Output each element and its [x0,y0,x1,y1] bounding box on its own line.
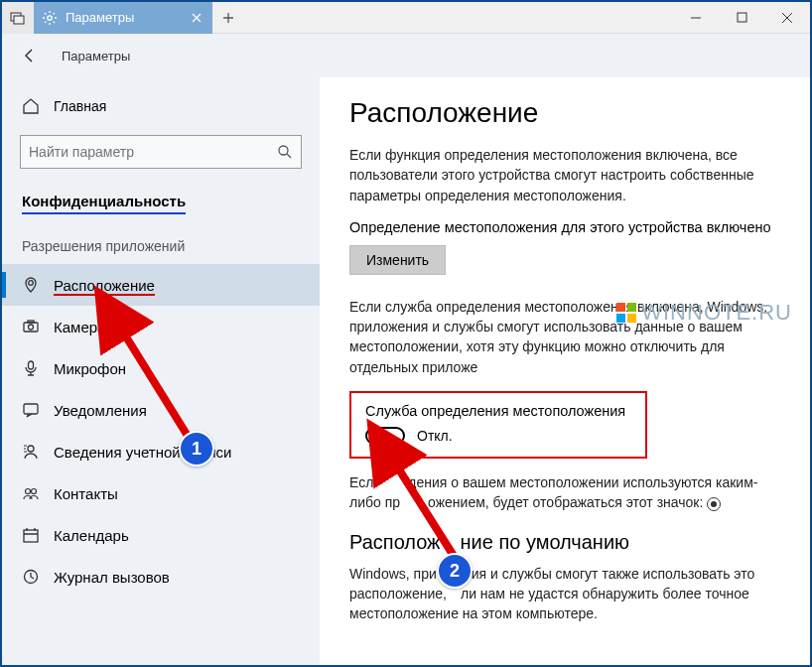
gear-icon [42,10,58,26]
service-paragraph: Если служба определения местоположения в… [349,297,780,377]
default-location-paragraph: Windows, приxxxxxия и службы смогут такж… [349,564,780,624]
home-link[interactable]: Главная [2,87,320,125]
sidebar: Главная Конфиденциальность Разрешения пр… [2,77,320,665]
svg-rect-10 [24,404,38,414]
page-heading: Расположение [349,97,780,129]
sidebar-item-label: Расположение [54,277,155,294]
back-button[interactable] [14,40,46,71]
maximize-button[interactable] [719,2,764,34]
svg-rect-14 [24,530,38,542]
svg-point-7 [29,325,34,330]
sidebar-item-account-info[interactable]: Сведения учетной записи [2,431,320,472]
svg-rect-8 [28,321,34,323]
toggle-state: Откл. [417,428,453,444]
titlebar: Параметры [2,2,810,34]
svg-point-2 [48,15,52,19]
sidebar-item-notifications[interactable]: Уведомления [2,389,320,431]
sidebar-item-label: Календарь [54,527,129,544]
camera-icon [22,318,40,335]
usage-paragraph: Еслxxxxxдения о вашем местоположении исп… [349,472,780,513]
minimize-button[interactable] [673,2,719,34]
search-icon [277,144,293,160]
sidebar-item-label: Сведения учетной записи [54,444,232,461]
active-tab[interactable]: Параметры [34,2,212,34]
location-indicator-icon [707,497,721,511]
header-row: Параметры [2,34,810,77]
device-status: Определение местоположения для этого уст… [349,219,780,235]
account-icon [22,443,40,461]
svg-point-13 [32,489,37,494]
sidebar-item-label: Контакты [54,485,118,502]
svg-point-5 [29,281,34,286]
svg-point-4 [279,146,288,155]
svg-rect-9 [29,361,34,369]
calendar-icon [22,526,40,544]
svg-point-12 [26,489,31,494]
close-button[interactable] [764,2,810,34]
default-location-heading: Расположxxние по умолчанию [349,531,780,554]
search-input[interactable] [29,144,277,160]
intro-paragraph: Если функция определения местоположения … [349,145,780,205]
section-category: Разрешения приложений [2,224,320,264]
new-tab-button[interactable] [212,2,244,34]
callhistory-icon [22,568,40,586]
home-icon [22,97,40,115]
microphone-icon [22,359,40,377]
header-title: Параметры [62,49,130,64]
tab-title: Параметры [66,10,181,25]
sidebar-item-calendar[interactable]: Календарь [2,514,320,556]
svg-rect-3 [738,13,746,22]
window-controls [673,2,810,34]
taskview-icon[interactable] [2,2,34,34]
sidebar-item-microphone[interactable]: Микрофон [2,347,320,389]
search-box[interactable] [20,135,302,169]
notifications-icon [22,401,40,419]
location-service-toggle[interactable] [365,427,405,445]
sidebar-item-contacts[interactable]: Контакты [2,472,320,514]
cursor-icon [397,437,411,458]
highlight-box: Служба определения местоположения Откл. [349,391,647,459]
home-label: Главная [54,98,106,114]
sidebar-item-label: Камера [54,319,105,335]
contacts-icon [22,484,40,502]
sidebar-item-location[interactable]: Расположение [2,264,320,306]
feature-label: Служба определения местоположения [365,403,631,419]
svg-point-11 [28,446,34,452]
change-button[interactable]: Изменить [349,245,446,275]
svg-rect-1 [14,16,24,24]
location-icon [22,276,40,294]
sidebar-item-call-history[interactable]: Журнал вызовов [2,556,320,598]
content-pane: Расположение Если функция определения ме… [320,77,810,665]
privacy-header: Конфиденциальность [2,187,320,224]
sidebar-item-label: Уведомления [54,402,147,419]
tab-close-icon[interactable] [189,10,204,26]
sidebar-item-camera[interactable]: Камера [2,306,320,347]
sidebar-item-label: Журнал вызовов [54,569,170,586]
sidebar-item-label: Микрофон [54,360,126,377]
